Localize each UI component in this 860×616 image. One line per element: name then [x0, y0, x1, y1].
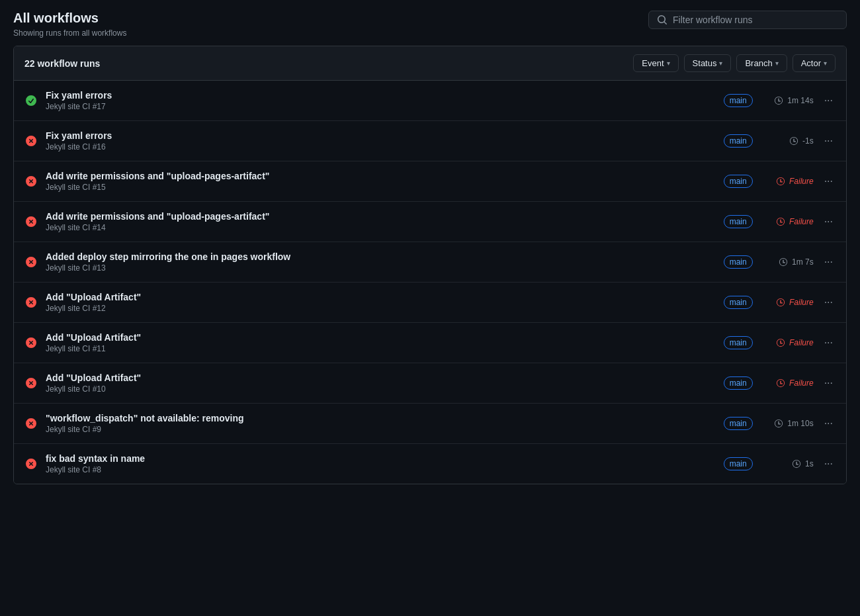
clock-icon: [774, 96, 783, 105]
branch-filter-button[interactable]: Branch ▾: [736, 54, 787, 72]
status-filter-button[interactable]: Status ▾: [684, 54, 732, 72]
event-chevron-icon: ▾: [667, 60, 670, 67]
workflow-sub: Jekyll site CI #15: [46, 183, 716, 192]
more-options-button[interactable]: ···: [822, 132, 836, 150]
clock-icon: [776, 217, 785, 226]
status-chevron-icon: ▾: [719, 60, 722, 67]
table-row[interactable]: Add "Upload Artifact" Jekyll site CI #10…: [14, 363, 846, 404]
duration-text: -1s: [802, 136, 814, 146]
table-row[interactable]: Added deploy step mirroring the one in p…: [14, 242, 846, 283]
table-row[interactable]: Fix yaml errors Jekyll site CI #16 main …: [14, 121, 846, 161]
workflow-name: Added deploy step mirroring the one in p…: [46, 251, 716, 262]
workflow-sub: Jekyll site CI #12: [46, 304, 716, 313]
status-icon: [24, 134, 38, 148]
workflow-duration: 1m 10s: [761, 419, 814, 428]
duration-text: Failure: [789, 298, 814, 307]
workflow-sub: Jekyll site CI #16: [46, 142, 716, 152]
filter-input[interactable]: [673, 15, 838, 25]
workflow-info: Added deploy step mirroring the one in p…: [46, 251, 716, 273]
workflow-sub: Jekyll site CI #8: [46, 465, 716, 474]
branch-badge[interactable]: main: [724, 215, 753, 228]
workflow-info: Add write permissions and "upload-pages-…: [46, 171, 716, 192]
page-header-text: All workflows Showing runs from all work…: [13, 11, 126, 38]
workflow-name: Add "Upload Artifact": [46, 292, 716, 302]
branch-badge[interactable]: main: [724, 255, 753, 269]
more-options-button[interactable]: ···: [822, 213, 836, 230]
page-header: All workflows Showing runs from all work…: [0, 0, 860, 46]
status-icon: [24, 175, 38, 188]
more-options-button[interactable]: ···: [822, 294, 836, 311]
branch-badge[interactable]: main: [724, 134, 753, 148]
clock-icon: [774, 419, 783, 428]
branch-badge[interactable]: main: [724, 376, 753, 390]
table-row[interactable]: Add "Upload Artifact" Jekyll site CI #12…: [14, 283, 846, 323]
workflow-name: Add "Upload Artifact": [46, 332, 716, 343]
workflow-info: Add "Upload Artifact" Jekyll site CI #11: [46, 332, 716, 353]
workflow-duration: Failure: [761, 378, 814, 388]
workflow-name: Fix yaml errors: [46, 130, 716, 141]
search-icon: [657, 15, 667, 25]
workflow-duration: 1s: [761, 459, 814, 468]
branch-badge[interactable]: main: [724, 296, 753, 309]
workflow-name: "workflow_dispatch" not available: remov…: [46, 413, 716, 423]
status-icon: [24, 94, 38, 107]
workflow-info: Fix yaml errors Jekyll site CI #16: [46, 130, 716, 152]
workflow-list: Fix yaml errors Jekyll site CI #17 main …: [14, 81, 846, 484]
page-title: All workflows: [13, 11, 126, 26]
page-subtitle: Showing runs from all workflows: [13, 28, 126, 38]
more-options-button[interactable]: ···: [822, 173, 836, 190]
workflow-info: "workflow_dispatch" not available: remov…: [46, 413, 716, 434]
workflow-sub: Jekyll site CI #9: [46, 425, 716, 434]
branch-badge[interactable]: main: [724, 175, 753, 188]
clock-icon: [792, 459, 801, 468]
status-icon: [24, 417, 38, 430]
branch-chevron-icon: ▾: [775, 60, 779, 67]
workflow-count: 22 workflow runs: [24, 58, 100, 69]
duration-text: Failure: [789, 378, 814, 388]
clock-icon: [789, 136, 798, 146]
workflow-duration: Failure: [761, 217, 814, 226]
table-row[interactable]: Fix yaml errors Jekyll site CI #17 main …: [14, 81, 846, 121]
more-options-button[interactable]: ···: [822, 92, 836, 109]
status-icon: [24, 457, 38, 470]
duration-text: 1m 10s: [787, 419, 813, 428]
more-options-button[interactable]: ···: [822, 253, 836, 271]
duration-text: Failure: [789, 177, 814, 186]
actor-filter-button[interactable]: Actor ▾: [793, 54, 836, 72]
more-options-button[interactable]: ···: [822, 455, 836, 472]
status-icon: [24, 296, 38, 309]
more-options-button[interactable]: ···: [822, 374, 836, 392]
workflow-info: Fix yaml errors Jekyll site CI #17: [46, 90, 716, 111]
clock-icon: [776, 298, 785, 307]
workflow-duration: 1m 14s: [761, 96, 814, 105]
more-options-button[interactable]: ···: [822, 415, 836, 432]
workflow-name: Add "Upload Artifact": [46, 373, 716, 383]
workflow-info: Add "Upload Artifact" Jekyll site CI #10: [46, 373, 716, 394]
duration-text: 1m 7s: [792, 257, 814, 267]
workflow-duration: Failure: [761, 298, 814, 307]
event-filter-button[interactable]: Event ▾: [633, 54, 678, 72]
branch-badge[interactable]: main: [724, 457, 753, 470]
workflow-sub: Jekyll site CI #14: [46, 223, 716, 232]
duration-text: 1s: [805, 459, 814, 468]
filter-search-box[interactable]: [648, 11, 847, 29]
workflow-duration: -1s: [761, 136, 814, 146]
workflow-info: Add write permissions and "upload-pages-…: [46, 211, 716, 232]
actor-chevron-icon: ▾: [824, 60, 827, 67]
duration-text: Failure: [789, 338, 814, 347]
branch-badge[interactable]: main: [724, 336, 753, 349]
table-row[interactable]: Add write permissions and "upload-pages-…: [14, 202, 846, 242]
filter-buttons: Event ▾ Status ▾ Branch ▾ Actor ▾: [633, 54, 836, 72]
branch-badge[interactable]: main: [724, 94, 753, 107]
table-row[interactable]: "workflow_dispatch" not available: remov…: [14, 404, 846, 444]
branch-badge[interactable]: main: [724, 417, 753, 430]
table-row[interactable]: fix bad syntax in name Jekyll site CI #8…: [14, 444, 846, 484]
workflow-name: Add write permissions and "upload-pages-…: [46, 171, 716, 181]
status-icon: [24, 376, 38, 390]
duration-text: Failure: [789, 217, 814, 226]
clock-icon: [776, 378, 785, 388]
table-row[interactable]: Add "Upload Artifact" Jekyll site CI #11…: [14, 323, 846, 363]
workflow-sub: Jekyll site CI #17: [46, 102, 716, 111]
more-options-button[interactable]: ···: [822, 334, 836, 351]
table-row[interactable]: Add write permissions and "upload-pages-…: [14, 161, 846, 202]
